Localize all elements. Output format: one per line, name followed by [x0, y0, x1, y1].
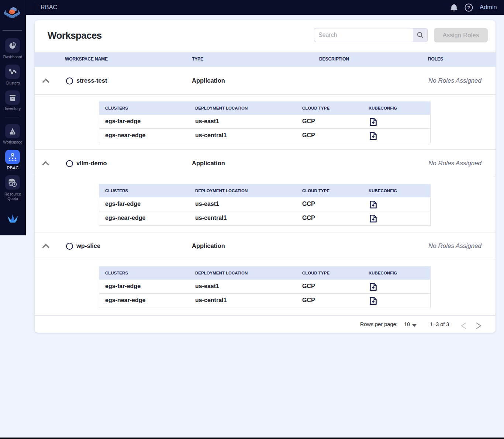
- svg-text:?: ?: [467, 5, 470, 10]
